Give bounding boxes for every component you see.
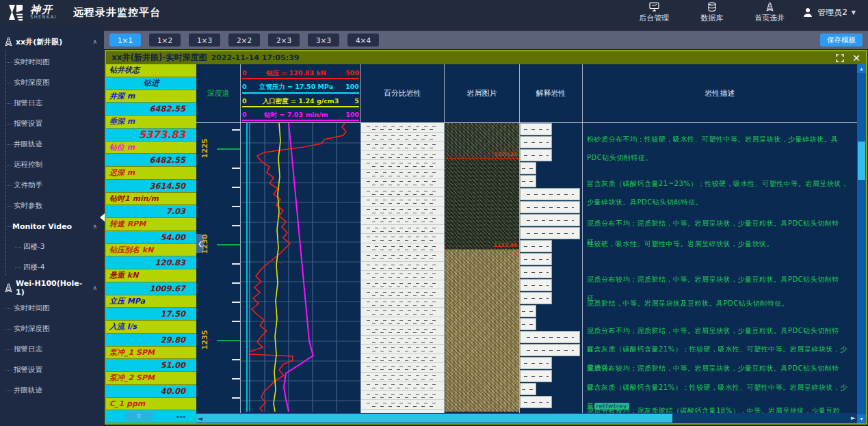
interp-row	[520, 201, 582, 214]
fullscreen-icon[interactable]	[836, 54, 844, 62]
chevron-up-icon[interactable]: ∧	[92, 284, 97, 291]
layout-button-2x3[interactable]: 2×3	[268, 34, 300, 46]
column-header-percent-lithology: 百分比岩性	[361, 64, 445, 122]
sidebar-item-4[interactable]: 报警设置	[0, 114, 104, 134]
sidebar-item-2[interactable]: 实时深度图	[0, 72, 104, 93]
interp-row	[520, 370, 582, 383]
nav-item-well-select[interactable]: 首页选井	[754, 2, 785, 23]
lithology-symbol-row	[361, 299, 444, 308]
lithology-symbol-row	[361, 289, 444, 299]
depth-minor-tick	[232, 282, 240, 284]
sidebar-item-label: 报警设置	[14, 365, 42, 375]
sidebar-item-16[interactable]: 报警设置	[0, 360, 104, 380]
curve-plot	[241, 123, 361, 413]
vertical-scrollbar-track[interactable]	[857, 73, 866, 414]
depth-major-tick	[217, 148, 240, 150]
param-dropdown-button[interactable]: ▽	[125, 412, 153, 421]
sidebar-item-label: 文件助手	[14, 181, 42, 190]
chevron-up-icon[interactable]: ∧	[92, 223, 97, 230]
depth-minor-tick	[232, 302, 240, 303]
panel-collapse-tab[interactable]: ❮	[196, 234, 204, 253]
lithology-symbol-row	[361, 151, 444, 161]
sidebar-item-7[interactable]: 文件助手	[0, 175, 104, 196]
lithology-symbol-row	[361, 354, 444, 364]
nav-item-admin[interactable]: 后台管理	[639, 2, 669, 23]
interp-lithology-block	[520, 201, 580, 213]
horizontal-scrollbar[interactable]: ◄ ►	[196, 413, 857, 423]
realtime-parameter-panel: 钻井状态钻进井深 m6482.55垂深 m5373.83钻位 m6482.55迟…	[106, 64, 196, 423]
scroll-right-icon[interactable]: ►	[851, 414, 856, 423]
scroll-down-icon[interactable]: ▼	[857, 414, 866, 423]
param-value: 1009.67	[106, 282, 196, 295]
interp-row	[520, 149, 582, 162]
chevron-up-icon[interactable]: ∧	[92, 38, 97, 45]
layout-button-1x3[interactable]: 1×3	[189, 34, 220, 46]
interp-row	[520, 357, 582, 370]
nav-item-database[interactable]: 数据库	[700, 2, 723, 23]
interp-lithology-block	[520, 136, 552, 148]
save-template-button[interactable]: 保存模板	[820, 34, 863, 46]
interp-row	[520, 136, 582, 149]
param-row-11: 泵冲_1 SPM51.00	[106, 347, 196, 373]
param-value: 6482.55	[106, 103, 196, 115]
sidebar-item-9[interactable]: Monitor Video∧	[0, 216, 104, 237]
interp-lithology-block	[520, 318, 536, 330]
param-row-1: 井深 m6482.55	[106, 90, 196, 116]
sidebar-item-5[interactable]: 井眼轨迹	[0, 134, 104, 155]
param-value: 120.83	[106, 256, 196, 269]
sidebar-well-0[interactable]: xx井(新井眼)∧	[0, 31, 104, 52]
lithology-symbol-row	[361, 363, 444, 373]
sidebar-item-11[interactable]: 四楼-4	[0, 257, 104, 278]
param-row-5: 钻时1 min/m7.03	[106, 193, 196, 219]
user-menu[interactable]: 管理员2 ▼	[802, 7, 868, 18]
layout-button-2x2[interactable]: 2×2	[228, 34, 260, 46]
interp-row	[520, 227, 582, 240]
chart-body: 122512301235 1128.211133.45 粉砂质分布不均；性较硬，…	[196, 123, 857, 413]
vertical-scrollbar[interactable]: ▲ ▼	[857, 64, 866, 423]
depth-minor-tick	[232, 168, 240, 169]
interp-row	[520, 331, 582, 344]
sidebar-item-6[interactable]: 远程控制	[0, 155, 104, 175]
sidebar-item-1[interactable]: 实时时间图	[0, 52, 104, 72]
sidebar-item-label: 井眼轨迹	[14, 139, 42, 149]
vertical-scrollbar-thumb[interactable]	[858, 142, 865, 180]
sidebar-item-17[interactable]: 井眼轨迹	[0, 380, 104, 401]
param-label: 井深 m	[106, 90, 196, 103]
layout-button-4x4[interactable]: 4×4	[347, 34, 379, 46]
tree-connector-line	[5, 51, 6, 276]
layout-button-1x1[interactable]: 1×1	[109, 34, 141, 46]
param-value: 6482.55	[106, 154, 196, 166]
param-value: 5373.83	[106, 129, 196, 141]
lithology-symbol-row	[361, 160, 444, 170]
sidebar-item-8[interactable]: 实时参数	[0, 196, 104, 216]
legend-row-2: 0入口密度 = 1.24 g/cm35	[242, 94, 359, 107]
lithology-description-column: 粉砂质分布不均；性较硬，吸水性、可塑性中等。岩屑呈块状，少量碎块状。具PDC钻头…	[583, 123, 857, 413]
sidebar-item-14[interactable]: 实时深度图	[0, 319, 104, 339]
layout-button-3x3[interactable]: 3×3	[308, 34, 339, 46]
param-row-13: C_1 ppm▽---	[106, 398, 196, 424]
interp-lithology-block	[520, 227, 580, 239]
photo-depth-label: 1133.45	[494, 242, 517, 248]
layout-button-1x2[interactable]: 1×2	[149, 34, 181, 46]
lithology-description-3: 性较硬，吸水性、可塑性中等。岩屑呈碎块状，少量块状。	[587, 235, 852, 253]
layout-toolbar: 1×11×21×32×22×33×34×4保存模板	[104, 31, 868, 49]
sidebar-item-3[interactable]: 报警日志	[0, 93, 104, 114]
close-icon[interactable]: ✕	[852, 53, 860, 63]
param-label: 钻井状态	[106, 64, 196, 77]
scroll-left-icon[interactable]: ◄	[198, 415, 202, 422]
interp-lithology-block	[520, 305, 536, 317]
sidebar-item-13[interactable]: 实时时间图	[0, 298, 104, 319]
depth-major-tick	[217, 244, 240, 245]
column-header-interpreted-lithology: 解释岩性	[520, 64, 583, 122]
sidebar-collapse-handle[interactable]	[100, 213, 105, 222]
sidebar-item-15[interactable]: 报警日志	[0, 339, 104, 360]
lithology-symbol-row	[361, 400, 444, 410]
lithology-symbol-row	[361, 391, 444, 401]
horizontal-scrollbar-thumb[interactable]: ◄	[196, 414, 672, 423]
sidebar-well-12[interactable]: Wei-H100(Hole-1)∧	[0, 278, 104, 298]
depth-major-tick	[217, 340, 240, 341]
interp-row	[520, 162, 582, 175]
scroll-up-icon[interactable]: ▲	[857, 64, 866, 73]
depth-minor-tick	[232, 378, 240, 380]
sidebar-item-10[interactable]: 四楼-3	[0, 237, 104, 257]
